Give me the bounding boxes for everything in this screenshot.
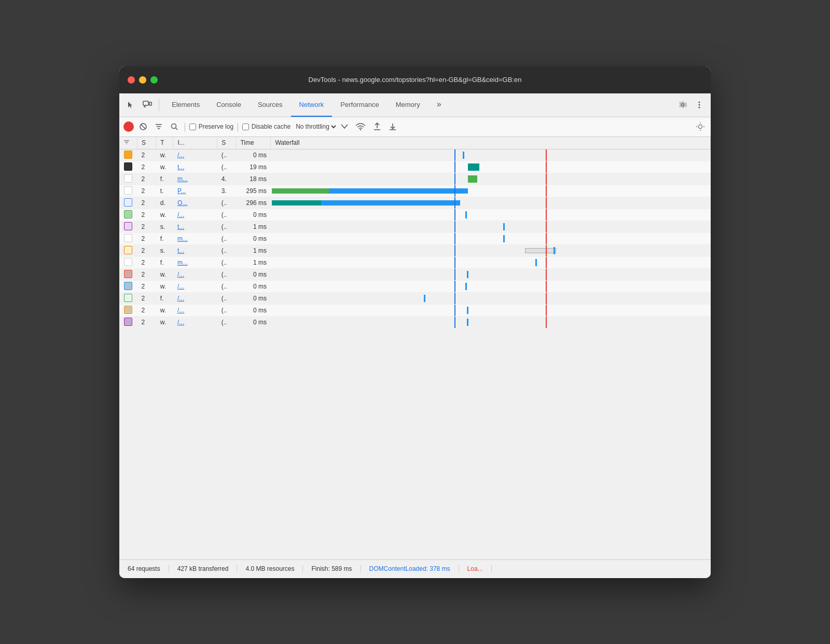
table-row[interactable]: 2d.O...(..296 ms <box>119 197 711 209</box>
col-header-type[interactable]: T <box>156 137 173 149</box>
table-row[interactable]: 2w./...(..0 ms <box>119 149 711 161</box>
row-domain: (.. <box>217 280 236 292</box>
tab-sources[interactable]: Sources <box>250 93 291 117</box>
table-row[interactable]: 2f.m...(..1 ms <box>119 256 711 268</box>
row-status: 2 <box>137 149 156 161</box>
row-waterfall <box>271 221 711 232</box>
row-name: O... <box>173 197 217 209</box>
row-type: w. <box>156 280 173 292</box>
network-settings-icon[interactable] <box>694 121 707 132</box>
row-name: /... <box>173 304 217 316</box>
table-row[interactable]: 2s.t...(..1 ms <box>119 244 711 256</box>
finish-time: Finish: 589 ms <box>303 565 361 572</box>
row-name: P... <box>173 185 217 197</box>
row-status: 2 <box>137 244 156 256</box>
row-time: 0 ms <box>236 292 271 304</box>
table-row[interactable]: 2w./...(..0 ms <box>119 268 711 280</box>
table-row[interactable]: 2w.t...(..19 ms <box>119 161 711 173</box>
network-table: S T I... S Time Waterfall 2w./...(..0 ms… <box>119 137 711 328</box>
throttle-select[interactable]: No throttling Slow 3G Fast 3G <box>294 122 338 131</box>
table-row[interactable]: 2w./...(..0 ms <box>119 316 711 328</box>
row-domain: (.. <box>217 149 236 161</box>
preserve-log-checkbox[interactable] <box>189 124 196 130</box>
status-bar: 64 requests 427 kB transferred 4.0 MB re… <box>119 559 711 578</box>
search-button[interactable] <box>168 121 181 132</box>
row-type: f. <box>156 256 173 268</box>
row-name: /... <box>173 280 217 292</box>
col-header-filter[interactable] <box>119 137 137 149</box>
dom-content-loaded: DOMContentLoaded: 378 ms <box>361 565 459 572</box>
row-name: t... <box>173 221 217 232</box>
row-type: f. <box>156 292 173 304</box>
network-toolbar: | Preserve log | Disable cache No thrott… <box>119 117 711 137</box>
row-icon <box>119 209 137 221</box>
titlebar: DevTools - news.google.com/topstories?hl… <box>119 66 711 93</box>
devtools-window: DevTools - news.google.com/topstories?hl… <box>119 66 711 578</box>
row-icon <box>119 232 137 244</box>
settings-icon[interactable] <box>675 98 690 112</box>
tab-console[interactable]: Console <box>208 93 250 117</box>
window-title: DevTools - news.google.com/topstories?hl… <box>309 76 522 84</box>
row-name: /... <box>173 316 217 328</box>
row-icon <box>119 185 137 197</box>
col-header-domain[interactable]: S <box>217 137 236 149</box>
requests-count: 64 requests <box>128 565 169 572</box>
row-domain: 4. <box>217 173 236 185</box>
device-icon[interactable] <box>140 98 155 112</box>
tab-more[interactable]: » <box>428 93 450 117</box>
row-waterfall <box>271 232 711 244</box>
cursor-icon[interactable] <box>123 98 138 112</box>
more-options-icon[interactable] <box>692 98 707 112</box>
row-waterfall <box>271 149 711 161</box>
filter-button[interactable] <box>153 121 165 132</box>
transferred-size: 427 kB transferred <box>169 565 238 572</box>
row-status: 2 <box>137 209 156 221</box>
download-icon[interactable] <box>386 121 399 132</box>
upload-icon[interactable] <box>371 121 383 132</box>
col-header-waterfall[interactable]: Waterfall <box>271 137 711 149</box>
row-icon <box>119 256 137 268</box>
table-row[interactable]: 2f./...(..0 ms <box>119 292 711 304</box>
load-event: Loa... <box>459 565 492 572</box>
close-button[interactable] <box>128 76 135 84</box>
row-name: /... <box>173 292 217 304</box>
row-domain: (.. <box>217 244 236 256</box>
table-row[interactable]: 2w./...(..0 ms <box>119 304 711 316</box>
table-row[interactable]: 2f.m...4.18 ms <box>119 173 711 185</box>
row-name: /... <box>173 268 217 280</box>
wifi-icon[interactable] <box>353 122 368 131</box>
row-time: 0 ms <box>236 280 271 292</box>
tab-memory[interactable]: Memory <box>388 93 428 117</box>
col-header-status[interactable]: S <box>137 137 156 149</box>
network-table-container[interactable]: S T I... S Time Waterfall 2w./...(..0 ms… <box>119 137 711 559</box>
maximize-button[interactable] <box>150 76 158 84</box>
table-row[interactable]: 2t.P...3.295 ms <box>119 185 711 197</box>
row-time: 0 ms <box>236 232 271 244</box>
tab-performance[interactable]: Performance <box>332 93 387 117</box>
row-time: 0 ms <box>236 209 271 221</box>
row-time: 0 ms <box>236 304 271 316</box>
record-button[interactable] <box>123 121 134 132</box>
row-name: m... <box>173 256 217 268</box>
minimize-button[interactable] <box>139 76 146 84</box>
disable-cache-checkbox[interactable] <box>242 124 249 130</box>
table-row[interactable]: 2w./...(..0 ms <box>119 209 711 221</box>
preserve-log-label[interactable]: Preserve log <box>189 123 233 130</box>
table-row[interactable]: 2s.t...(..1 ms <box>119 221 711 232</box>
disable-cache-label[interactable]: Disable cache <box>242 123 290 130</box>
tab-elements[interactable]: Elements <box>163 93 208 117</box>
tab-network[interactable]: Network <box>291 93 333 117</box>
col-header-time[interactable]: Time <box>236 137 271 149</box>
resources-size: 4.0 MB resources <box>237 565 303 572</box>
row-domain: 3. <box>217 185 236 197</box>
col-header-name[interactable]: I... <box>173 137 217 149</box>
table-row[interactable]: 2w./...(..0 ms <box>119 280 711 292</box>
row-domain: (.. <box>217 268 236 280</box>
row-icon <box>119 149 137 161</box>
main-content: S T I... S Time Waterfall 2w./...(..0 ms… <box>119 137 711 578</box>
row-status: 2 <box>137 280 156 292</box>
row-icon <box>119 197 137 209</box>
clear-button[interactable] <box>137 121 149 132</box>
table-row[interactable]: 2f.m...(..0 ms <box>119 232 711 244</box>
row-icon <box>119 304 137 316</box>
